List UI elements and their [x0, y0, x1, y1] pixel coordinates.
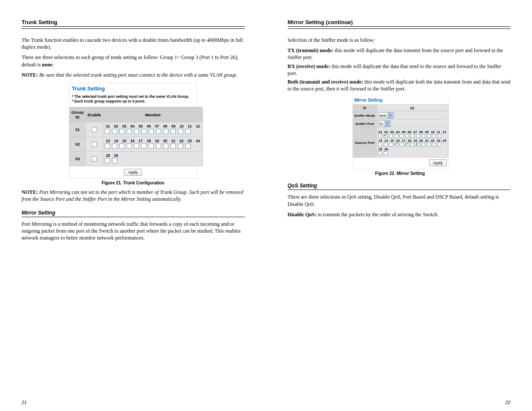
source-port-checkbox[interactable]	[432, 134, 436, 138]
port-number: 01	[378, 130, 383, 134]
source-port-checkbox[interactable]	[438, 143, 442, 146]
source-port-checkbox[interactable]	[416, 134, 420, 138]
source-port-checkbox[interactable]	[389, 143, 393, 146]
source-port-checkbox[interactable]	[395, 143, 398, 146]
source-port-checkbox[interactable]	[411, 143, 414, 146]
left-page: Trunk Setting The Trunk function enables…	[0, 0, 266, 411]
sniffer-port-select[interactable]: 01	[378, 121, 391, 127]
port-checkbox[interactable]	[149, 129, 154, 134]
port-checkbox[interactable]	[105, 143, 110, 149]
document-spread: Trunk Setting The Trunk function enables…	[0, 0, 532, 411]
port-checkbox[interactable]	[185, 143, 190, 149]
port-checkbox[interactable]	[105, 129, 110, 134]
source-port-checkbox[interactable]	[389, 134, 393, 138]
apply-button[interactable]: Apply	[429, 159, 447, 166]
enable-checkbox[interactable]	[92, 142, 97, 147]
text: There are three selections in each group…	[22, 54, 238, 67]
source-port-checkbox[interactable]	[384, 134, 388, 138]
port-checkbox[interactable]	[105, 158, 110, 163]
source-port-checkbox[interactable]	[405, 134, 409, 138]
port-number: 21	[425, 139, 429, 143]
port-checkbox[interactable]	[178, 143, 183, 149]
source-port-checkbox[interactable]	[378, 151, 382, 155]
port-number: 02	[113, 124, 119, 128]
port-number: 17	[137, 139, 143, 143]
port-checkbox[interactable]	[163, 129, 168, 134]
section-heading-mirror-cont: Mirror Setting (continue)	[288, 19, 511, 27]
port-number: 11	[436, 130, 441, 134]
group-id: 01	[69, 122, 86, 137]
section-heading-trunk: Trunk Setting	[22, 19, 245, 27]
source-port-checkbox[interactable]	[395, 134, 398, 138]
port-checkbox[interactable]	[171, 143, 176, 149]
port-number: 20	[419, 139, 423, 143]
port-checkbox[interactable]	[112, 143, 117, 149]
source-port-checkbox[interactable]	[400, 134, 404, 138]
port-checkbox[interactable]	[134, 129, 139, 134]
source-port-checkbox[interactable]	[384, 143, 388, 146]
port-checkbox[interactable]	[171, 129, 176, 134]
page-number: 22	[505, 400, 510, 405]
port-number: 04	[129, 124, 135, 128]
port-checkbox[interactable]	[185, 129, 190, 134]
port-checkbox[interactable]	[112, 158, 117, 163]
enable-checkbox[interactable]	[92, 127, 97, 132]
source-port-checkbox[interactable]	[427, 143, 431, 146]
port-number: 08	[162, 124, 168, 128]
source-port-checkbox[interactable]	[421, 143, 425, 146]
source-port-checkbox[interactable]	[421, 134, 425, 138]
port-number: 19	[154, 139, 160, 143]
apply-button[interactable]: Apply	[124, 169, 142, 176]
row-id: ID 01	[353, 105, 448, 112]
port-checkbox[interactable]	[178, 129, 183, 134]
panel-note-2: * Each trunk group supports up to 4 port…	[72, 99, 194, 104]
source-port-checkbox[interactable]	[427, 134, 431, 138]
source-port-checkbox[interactable]	[378, 143, 382, 146]
port-checkbox[interactable]	[119, 143, 124, 149]
panel-note-1: * The selected trunk port setting must s…	[72, 94, 194, 99]
port-checkbox[interactable]	[149, 143, 154, 149]
th-member: Member	[103, 107, 203, 122]
qos-disable-label: Disable QoS:	[288, 212, 317, 218]
port-number: 11	[187, 124, 193, 128]
port-checkbox[interactable]	[112, 129, 117, 134]
port-number: 10	[178, 124, 184, 128]
th-sniffer-mode: Sniffer Mode	[353, 112, 377, 120]
member-cell: 010203040506070809101112	[103, 122, 203, 137]
note-text: Port Mirroring can not set to the port w…	[22, 189, 243, 202]
source-port-checkbox[interactable]	[432, 143, 436, 146]
port-checkbox[interactable]	[119, 129, 124, 134]
port-checkbox[interactable]	[127, 129, 132, 134]
def-tx-label: TX (transmit) mode:	[288, 47, 334, 53]
trunk-groups-desc: There are three selections in each group…	[22, 54, 245, 68]
source-port-checkbox[interactable]	[400, 143, 404, 146]
trunk-intro: The Trunk function enables to cascade tw…	[22, 37, 245, 50]
source-port-checkbox[interactable]	[378, 134, 382, 138]
table-row: 02131415161718192021222324	[69, 137, 203, 152]
port-checkbox[interactable]	[134, 143, 139, 149]
section-heading-qos: QoS Setting	[288, 183, 511, 190]
def-rx-label: RX (receive) mode:	[288, 63, 330, 69]
port-checkbox[interactable]	[163, 143, 168, 149]
port-checkbox[interactable]	[156, 143, 161, 149]
mirror-intro: Port Mirroring is a method of monitoring…	[22, 221, 245, 242]
row-source-port: Source Port 0102030405060708091011121314…	[353, 128, 448, 158]
enable-checkbox[interactable]	[92, 156, 97, 162]
panel-title: Trunk Setting	[69, 83, 197, 93]
port-number: 05	[137, 124, 143, 128]
source-port-checkbox[interactable]	[405, 143, 409, 146]
port-checkbox[interactable]	[127, 143, 132, 149]
source-port-checkbox[interactable]	[384, 151, 388, 155]
source-port-checkbox[interactable]	[438, 134, 442, 138]
figure-21-caption: Figure 21. Trunk Configuration	[22, 181, 245, 185]
port-checkbox[interactable]	[141, 143, 146, 149]
source-port-grid: 0102030405060708091011121314151617181920…	[377, 128, 448, 158]
trunk-table: Group ID Enable Member 01010203040506070…	[69, 107, 203, 166]
port-checkbox[interactable]	[156, 129, 161, 134]
port-number: 14	[384, 139, 389, 143]
port-checkbox[interactable]	[141, 129, 146, 134]
source-port-checkbox[interactable]	[416, 143, 420, 146]
sniffer-mode-select[interactable]: Both	[378, 112, 394, 118]
source-port-checkbox[interactable]	[411, 134, 414, 138]
id-value: 01	[377, 105, 448, 112]
